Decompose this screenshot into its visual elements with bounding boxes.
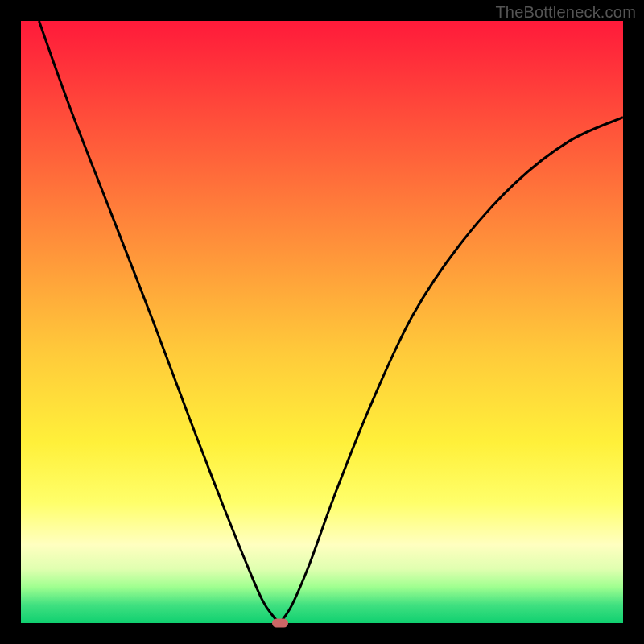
gradient-background xyxy=(21,21,623,623)
bottleneck-point-marker xyxy=(272,619,288,628)
watermark-text: TheBottleneck.com xyxy=(495,3,636,22)
chart-frame: TheBottleneck.com xyxy=(0,0,644,644)
